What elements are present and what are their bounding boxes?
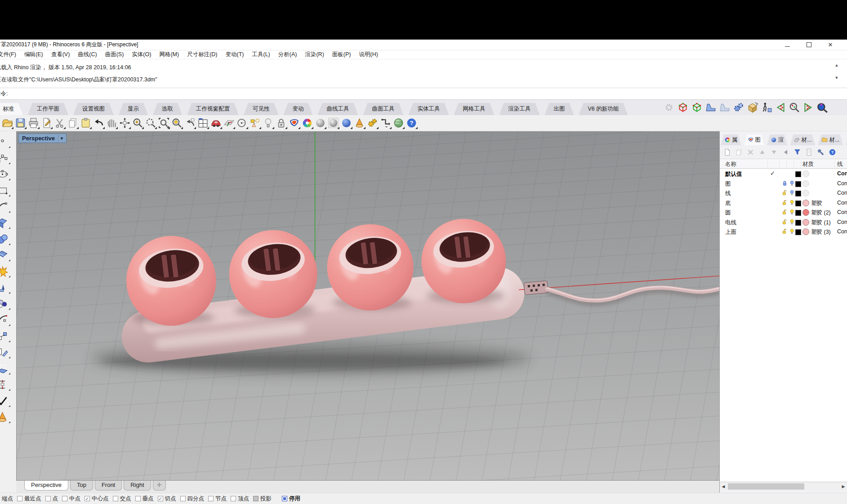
lock-icon[interactable] <box>782 190 788 196</box>
panel-h-scrollbar[interactable]: ◀ ▶ <box>720 482 847 490</box>
lock-icon[interactable] <box>782 219 788 225</box>
restore-button[interactable] <box>804 41 814 49</box>
chevron-down-icon[interactable]: ▼ <box>58 136 65 141</box>
menu-item[interactable]: 网格(M) <box>155 51 183 58</box>
layer-color-swatch[interactable] <box>795 191 801 196</box>
tri-left-icon[interactable] <box>775 102 786 113</box>
circle-center-button[interactable] <box>236 116 249 129</box>
open-folder-button[interactable] <box>1 116 14 129</box>
layer-row[interactable]: 电线 塑胶 (1) Cont <box>720 218 847 227</box>
lock-icon[interactable] <box>782 228 788 235</box>
ribbon-tab[interactable]: 选取 <box>153 103 182 115</box>
arc-tool-button[interactable] <box>0 201 9 213</box>
panel-tab[interactable]: 材... <box>790 134 816 145</box>
undo-button[interactable] <box>92 116 105 129</box>
menu-item[interactable]: 曲线(C) <box>74 51 101 58</box>
viewport-tab-right[interactable]: Right <box>124 481 151 491</box>
extrudeL-tool-button[interactable] <box>0 281 9 294</box>
wheel-button[interactable] <box>301 116 314 129</box>
print-button[interactable] <box>27 116 40 129</box>
check-tool-button[interactable] <box>0 395 9 407</box>
scissors-button[interactable] <box>53 116 66 129</box>
bulb-icon[interactable] <box>789 219 795 225</box>
walker-icon[interactable] <box>761 102 772 113</box>
cplane-button[interactable] <box>223 116 236 129</box>
rect-pts-tool-button[interactable] <box>0 184 9 196</box>
bulb-icon[interactable] <box>789 180 795 187</box>
menu-item[interactable]: 编辑(E) <box>20 51 47 58</box>
osnap-toggle[interactable]: 顶点 <box>231 495 249 503</box>
material-swatch[interactable] <box>802 200 809 206</box>
cone-tool-button[interactable] <box>0 411 9 423</box>
gears-blue-icon[interactable] <box>733 102 744 113</box>
menu-item[interactable]: 工具(L) <box>248 51 274 58</box>
bulb-icon[interactable] <box>789 200 795 206</box>
mag-corners-button[interactable] <box>157 116 170 129</box>
doc-report-icon[interactable] <box>805 148 813 156</box>
sphere-blue-button[interactable] <box>340 116 353 129</box>
orbit-button[interactable] <box>118 116 131 129</box>
panel-tab[interactable]: 材... <box>818 134 843 145</box>
layer-row[interactable]: 图 Cont <box>720 179 847 189</box>
ramp-gray-icon[interactable] <box>719 102 731 113</box>
menu-item[interactable]: 面板(P) <box>328 51 355 58</box>
mag-red-icon[interactable] <box>789 102 800 113</box>
viewport-tab-front[interactable]: Front <box>95 481 122 491</box>
new-viewport-tab-button[interactable]: ✛ <box>153 481 166 491</box>
menu-item[interactable]: 文件(F) <box>0 51 20 58</box>
save-button[interactable] <box>14 116 27 129</box>
ribbon-tab[interactable]: 标准 <box>0 103 23 115</box>
grid4-button[interactable] <box>196 116 210 129</box>
clipboard-button[interactable] <box>79 116 92 129</box>
viewport-perspective[interactable]: Perspective ▼ <box>16 131 719 480</box>
ramp-blue-icon[interactable] <box>705 102 717 113</box>
cube-red-icon[interactable] <box>677 102 689 113</box>
ribbon-tab[interactable]: 设置视图 <box>73 103 114 115</box>
doc-new-icon[interactable] <box>723 148 731 156</box>
panel-tab[interactable]: 属 <box>721 134 741 145</box>
funnel-icon[interactable] <box>794 148 801 156</box>
material-swatch[interactable] <box>802 219 809 226</box>
help-icon[interactable]: ? <box>829 148 836 156</box>
ctrl-curve-tool-button[interactable] <box>0 152 9 164</box>
layer-row[interactable]: 上面 塑胶 (3) Cont <box>720 227 847 237</box>
lock-icon[interactable] <box>782 200 788 206</box>
osnap-toggle[interactable]: 端点 <box>0 495 13 503</box>
mag-purple-icon[interactable] <box>816 102 828 113</box>
copy-button[interactable] <box>66 116 79 129</box>
ribbon-tab[interactable]: 可见性 <box>244 103 279 115</box>
ribbon-tab[interactable]: 网格工具 <box>454 103 495 115</box>
fin-button[interactable] <box>288 116 301 129</box>
layer-color-swatch[interactable] <box>795 210 801 216</box>
layer-color-swatch[interactable] <box>795 171 801 177</box>
menu-item[interactable]: 实体(O) <box>128 51 155 58</box>
cone-button[interactable] <box>353 116 366 129</box>
ribbon-tab[interactable]: 出图 <box>545 103 574 115</box>
lock-icon[interactable] <box>782 180 788 187</box>
osnap-toggle[interactable]: 中点 <box>62 495 80 503</box>
osnap-toggle[interactable]: 四分点 <box>180 495 205 503</box>
bulb-icon[interactable] <box>789 190 795 196</box>
cube-green-icon[interactable] <box>691 102 703 113</box>
layer-color-swatch[interactable] <box>795 229 801 235</box>
circles3-tool-button[interactable] <box>0 298 9 310</box>
ribbon-tab[interactable]: 曲线工具 <box>318 103 358 115</box>
x-gray-icon[interactable] <box>747 148 754 156</box>
osnap-toggle[interactable]: 最近点 <box>17 495 41 503</box>
col-material[interactable]: 材质 <box>802 161 814 168</box>
col-name[interactable]: 名称 <box>725 161 736 168</box>
ribbon-tab[interactable]: 实体工具 <box>409 103 449 115</box>
ribbon-tab[interactable]: 工作平面 <box>28 103 68 115</box>
layer-row[interactable]: 圆 塑胶 (2) Cont <box>720 208 847 218</box>
material-swatch[interactable] <box>802 190 809 196</box>
layer-color-swatch[interactable] <box>795 201 801 206</box>
tri-right-icon[interactable] <box>802 102 814 113</box>
box-amber-icon[interactable] <box>747 102 758 113</box>
sphere-gray-button[interactable] <box>314 116 327 129</box>
menu-item[interactable]: 说明(H) <box>355 51 382 58</box>
car-button[interactable] <box>210 116 223 129</box>
hammer-icon[interactable] <box>817 148 825 156</box>
menu-item[interactable]: 变动(T) <box>222 51 248 58</box>
material-swatch[interactable] <box>802 209 809 216</box>
mag-dot-button[interactable] <box>170 116 183 129</box>
